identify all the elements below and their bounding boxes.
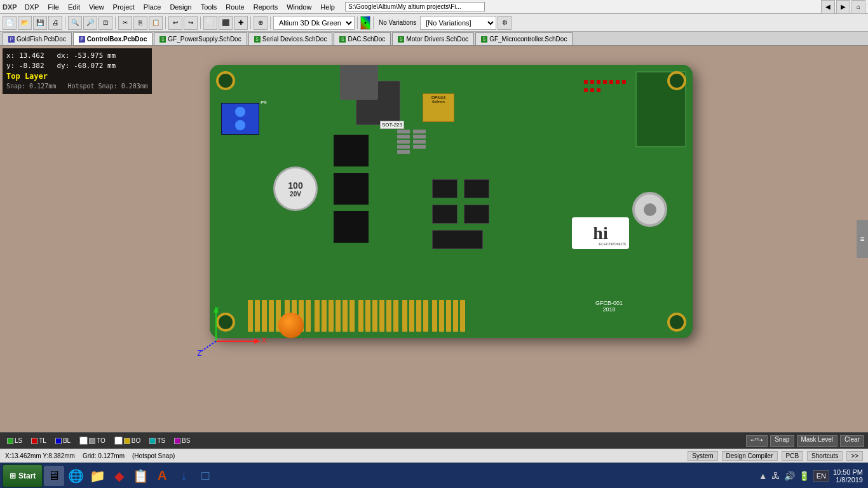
menu-file[interactable]: File <box>44 2 63 12</box>
taskbar-up-icon[interactable]: ▲ <box>759 471 768 481</box>
layer-ts[interactable]: TS <box>146 435 168 447</box>
main-canvas[interactable]: x: 13.462 dx: -53.975 mm y: -8.382 dy: -… <box>0 46 868 432</box>
taskbar-right-area: ▲ 🖧 🔊 🔋 EN 10:50 PM 1/8/2019 <box>759 468 865 484</box>
svg-text:Z: Z <box>197 349 201 357</box>
snap-btn[interactable]: Snap <box>770 435 794 447</box>
snap-nav-btn[interactable]: ⮐⮑ <box>746 435 768 447</box>
layer-bs[interactable]: BS <box>171 435 193 447</box>
layer-tl[interactable]: TL <box>28 435 50 447</box>
pcb-btn[interactable]: PCB <box>782 451 804 461</box>
color-scheme-dropdown[interactable]: Altium 3D Dk Green <box>273 16 355 30</box>
taskbar-app-4[interactable]: 📋 <box>130 466 151 486</box>
menu-project[interactable]: Project <box>109 2 139 12</box>
menu-place[interactable]: Place <box>140 2 165 12</box>
route-btn[interactable]: ⬛ <box>219 16 233 30</box>
system-clock[interactable]: 10:50 PM 1/8/2019 <box>833 468 863 484</box>
nav-fwd-btn[interactable]: ▶ <box>836 0 850 14</box>
menu-help[interactable]: Help <box>316 2 339 12</box>
redo-btn[interactable]: ↪ <box>184 16 198 30</box>
main-toolbar: 📄 📂 💾 🖨 🔍 🔎 ⊡ ✂ ⎘ 📋 ↩ ↪ ⬜ ⬛ ✚ ⊕ Altium 3… <box>0 14 868 32</box>
save-btn[interactable]: 💾 <box>33 16 47 30</box>
sep4 <box>200 17 201 29</box>
layer-to-color <box>89 438 95 444</box>
home-btn[interactable]: ⌂ <box>851 0 865 14</box>
p9-label: P9 <box>261 100 267 105</box>
taskbar-app-files[interactable]: 📁 <box>87 466 107 486</box>
pcb-canvas-area[interactable]: P9 100 20V SOT-223 DFN44 6x6mm <box>210 65 693 357</box>
zoom-in-btn[interactable]: 🔍 <box>68 16 82 30</box>
menu-reports[interactable]: Reports <box>250 2 282 12</box>
start-button[interactable]: ⊞ Start <box>3 464 43 487</box>
layer-bl[interactable]: BL <box>52 435 74 447</box>
tab-microcontroller[interactable]: S GF_Microcontroller.SchDoc <box>475 32 573 45</box>
menu-tools[interactable]: Tools <box>197 2 221 12</box>
layer-to-checkbox[interactable] <box>79 437 88 445</box>
layer-bo-checkbox[interactable] <box>114 437 123 445</box>
board-surface: P9 100 20V SOT-223 DFN44 6x6mm <box>210 65 693 338</box>
mask-level-btn[interactable]: Mask Level <box>797 435 838 447</box>
filepath-display: S:\Google\Altium\My altium projects\Fi..… <box>345 2 485 11</box>
menu-route[interactable]: Route <box>222 2 248 12</box>
right-panel-handle[interactable]: ≡ <box>857 220 868 258</box>
svg-text:Y: Y <box>215 306 220 315</box>
zoom-fit-btn[interactable]: ⊡ <box>98 16 112 30</box>
wire-btn[interactable]: ⬜ <box>203 16 217 30</box>
mount-hole-br <box>667 313 686 332</box>
layer-ls-color <box>7 438 13 444</box>
tab-icon-dac: S <box>339 36 346 43</box>
dfn-chip: DFN44 6x6mm <box>423 93 454 122</box>
menu-view[interactable]: View <box>85 2 108 12</box>
dfn-size-label: 6x6mm <box>423 100 454 104</box>
snap-btn[interactable]: ⊕ <box>254 16 268 30</box>
windows-icon: ⊞ <box>10 471 16 480</box>
undo-btn[interactable]: ↩ <box>168 16 182 30</box>
taskbar-app-browser[interactable]: 🌐 <box>65 466 86 486</box>
menu-design[interactable]: Design <box>166 2 195 12</box>
sep5 <box>250 17 251 29</box>
gfcb-label: GFCB-001 2018 <box>595 300 623 313</box>
open-btn[interactable]: 📂 <box>18 16 32 30</box>
cut-btn[interactable]: ✂ <box>118 16 132 30</box>
tab-icon-powersupply: S <box>159 36 166 43</box>
layer-colors-btn[interactable]: ▪ <box>360 16 370 30</box>
taskbar-app-7[interactable]: □ <box>195 466 215 486</box>
clear-btn[interactable]: Clear <box>840 435 864 447</box>
print-btn[interactable]: 🖨 <box>48 16 62 30</box>
resistor-group-2 <box>413 128 426 150</box>
shortcuts-btn[interactable]: Shortcuts <box>807 451 843 461</box>
zoom-out-btn[interactable]: 🔎 <box>83 16 97 30</box>
layer-ls[interactable]: LS <box>4 435 25 447</box>
layer-bo[interactable]: BO <box>111 435 144 447</box>
tab-motordrivers[interactable]: S Motor Drivers.SchDoc <box>392 32 474 45</box>
smd-ic-4 <box>464 205 489 224</box>
tab-serial[interactable]: S Serial Devices.SchDoc <box>248 32 333 45</box>
sep1 <box>65 17 65 29</box>
taskbar-audio-icon[interactable]: 🔊 <box>784 471 795 481</box>
taskbar-app-monitor[interactable]: 🖥 <box>44 466 64 486</box>
menu-window[interactable]: Window <box>283 2 315 12</box>
status-snap-mode: (Hotspot Snap) <box>132 452 175 459</box>
menu-dxp[interactable]: DXP <box>21 2 43 12</box>
place-btn[interactable]: ✚ <box>234 16 248 30</box>
design-compiler-btn[interactable]: Design Compiler <box>722 451 778 461</box>
paste-btn[interactable]: 📋 <box>149 16 163 30</box>
taskbar-app-5[interactable]: A <box>152 466 172 486</box>
tab-goldfish[interactable]: P GoldFish.PcbDoc <box>3 32 72 45</box>
tab-powersupply[interactable]: S GF_PowerSupply.SchDoc <box>154 32 247 45</box>
system-btn[interactable]: System <box>688 451 717 461</box>
tab-controlbox[interactable]: P ControlBox.PcbDoc <box>73 32 153 45</box>
taskbar-net-icon[interactable]: 🖧 <box>771 471 780 481</box>
variations-options-btn[interactable]: ⚙ <box>498 16 512 30</box>
language-button[interactable]: EN <box>813 470 829 482</box>
nav-back-btn[interactable]: ◀ <box>821 0 835 14</box>
taskbar-app-6[interactable]: ↓ <box>173 466 194 486</box>
tab-dac[interactable]: S DAC.SchDoc <box>334 32 391 45</box>
taskbar-app-altium[interactable]: ◆ <box>109 466 129 486</box>
menu-edit[interactable]: Edit <box>64 2 84 12</box>
new-btn[interactable]: 📄 <box>3 16 17 30</box>
layer-to[interactable]: TO <box>76 435 109 447</box>
copy-btn[interactable]: ⎘ <box>133 16 147 30</box>
expand-btn[interactable]: >> <box>846 451 863 461</box>
variations-dropdown[interactable]: [No Variations] <box>420 16 496 30</box>
taskbar-battery-icon[interactable]: 🔋 <box>799 471 810 481</box>
